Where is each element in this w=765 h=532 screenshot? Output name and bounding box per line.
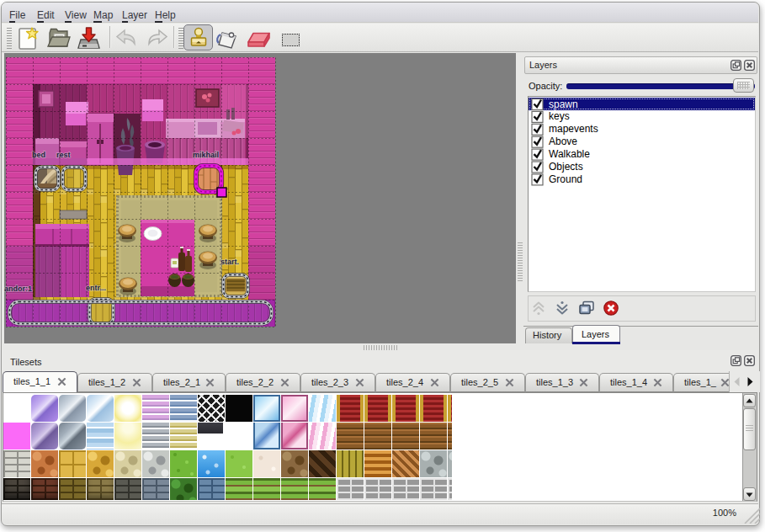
svg-text:mikhail: mikhail: [193, 151, 219, 159]
svg-text:start.: start.: [220, 258, 239, 266]
svg-text:andor:1: andor:1: [4, 285, 32, 293]
svg-text:Ground: Ground: [549, 173, 582, 185]
svg-text:entr...: entr...: [86, 284, 106, 292]
svg-text:keys: keys: [549, 110, 570, 122]
svg-text:Objects: Objects: [549, 161, 583, 173]
svg-text:Above: Above: [549, 136, 577, 147]
svg-text:mapevents: mapevents: [549, 123, 598, 135]
svg-text:rest: rest: [56, 151, 71, 159]
svg-text:bed: bed: [32, 151, 45, 159]
svg-text:spawn: spawn: [549, 98, 578, 110]
svg-text:Walkable: Walkable: [549, 148, 590, 160]
